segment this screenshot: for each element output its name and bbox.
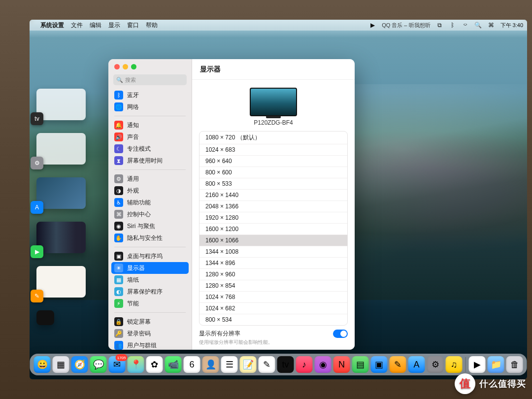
resolution-option[interactable]: 1344 × 1008 — [200, 246, 347, 258]
thumb-2[interactable]: ⚙︎ — [36, 133, 86, 165]
dock-app-facetime[interactable]: 📹 — [165, 356, 182, 373]
loginpw-icon: 🔑 — [114, 329, 123, 338]
sidebar-item-bluetooth[interactable]: ᛒ蓝牙 — [108, 89, 192, 101]
sidebar-item-sound[interactable]: 🔊声音 — [108, 131, 192, 143]
dock-app-keynote[interactable]: ▣ — [371, 356, 388, 373]
maximize-button[interactable] — [131, 64, 136, 69]
resolution-option[interactable]: 800 × 534 — [200, 314, 347, 325]
dock-app-appstore[interactable]: A — [408, 356, 425, 373]
sidebar-item-label: 通知 — [127, 121, 139, 130]
dock-app-maps[interactable]: 📍 — [128, 356, 144, 373]
sidebar-item-focus[interactable]: ☾专注模式 — [108, 143, 192, 155]
dock-app-numbers[interactable]: ▤ — [352, 356, 369, 373]
resolution-option[interactable]: 1024 × 682 — [200, 303, 347, 314]
sidebar-item-users[interactable]: 👥用户与群组 — [108, 339, 192, 350]
dock-app-qqmusic[interactable]: ♫ — [446, 356, 463, 373]
dock-tray-folder[interactable]: 📁 — [488, 356, 504, 373]
dock-app-calendar[interactable]: 6 — [184, 356, 200, 373]
dock-app-reminders[interactable]: ☰ — [221, 356, 238, 373]
dock-app-podcasts[interactable]: ◉ — [315, 356, 332, 373]
resolution-option[interactable]: 1080 × 720 （默认） — [200, 132, 347, 144]
resolution-option[interactable]: 1344 × 896 — [200, 258, 347, 269]
resolution-option[interactable]: 800 × 533 — [200, 178, 347, 190]
resolution-option[interactable]: 2160 × 1440 — [200, 190, 347, 201]
minimize-button[interactable] — [123, 64, 128, 69]
dock-app-freeform[interactable]: ✎ — [259, 356, 275, 373]
dock-tray-trash[interactable]: 🗑 — [506, 356, 523, 373]
dock-app-appletv[interactable]: tv — [277, 356, 294, 373]
resolution-option[interactable]: 960 × 640 — [200, 156, 347, 167]
menu-edit[interactable]: 编辑 — [90, 21, 101, 30]
menubar-clock[interactable]: 下午 3:40 — [500, 22, 523, 29]
thumb-5[interactable]: ✎ — [36, 266, 86, 298]
sidebar-item-loginpw[interactable]: 🔑登录密码 — [108, 328, 192, 339]
sidebar-item-display[interactable]: ☀︎显示器 — [111, 262, 189, 274]
sidebar-item-screensaver[interactable]: ◐屏幕保护程序 — [108, 286, 192, 298]
resolution-option[interactable]: 1024 × 768 — [200, 292, 347, 303]
dock-app-safari[interactable]: 🧭 — [71, 356, 88, 373]
resolution-option[interactable]: 1280 × 854 — [200, 280, 347, 292]
lock-icon: 🔒 — [114, 317, 123, 326]
now-playing-icon[interactable]: ▶ — [369, 22, 376, 29]
sidebar-item-bell[interactable]: 🔔通知 — [108, 119, 192, 131]
menu-file[interactable]: 文件 — [71, 21, 83, 30]
menubar-app[interactable]: 系统设置 — [40, 21, 64, 30]
sidebar-item-gear[interactable]: ⚙︎通用 — [108, 173, 192, 185]
close-button[interactable] — [114, 64, 120, 69]
spotlight-icon[interactable]: 🔍 — [475, 22, 482, 29]
resolution-option[interactable]: 1280 × 960 — [200, 269, 347, 280]
bluetooth-icon[interactable]: ᛒ — [449, 22, 456, 29]
dock-app-messages[interactable]: 💬 — [90, 356, 107, 373]
dock-app-launchpad[interactable]: ▦ — [53, 356, 69, 373]
sidebar-item-accessibility[interactable]: ♿︎辅助功能 — [108, 197, 192, 208]
thumb-1[interactable]: tv — [36, 89, 86, 120]
menu-help[interactable]: 帮助 — [146, 21, 158, 30]
thumb-4-app-icon: ▶ — [31, 245, 43, 258]
dock-app-finder[interactable]: 😀 — [34, 356, 51, 373]
display-preview[interactable]: P120ZDG-BF4 — [192, 85, 355, 131]
sidebar-item-lock[interactable]: 🔒锁定屏幕 — [108, 316, 192, 328]
dock-app-settings[interactable]: ⚙︎ — [427, 356, 444, 373]
sidebar-item-network[interactable]: 🌐网络 — [108, 101, 192, 113]
control-icon: ⌘ — [114, 210, 123, 219]
wifi-icon[interactable]: ⌔ — [462, 22, 469, 29]
dock-tray-tencent[interactable]: ▶ — [469, 356, 486, 373]
show-all-resolutions-toggle[interactable] — [333, 330, 348, 338]
dock-app-contacts[interactable]: 👤 — [202, 356, 219, 373]
gear-icon: ⚙︎ — [114, 174, 123, 183]
sidebar-item-desktop[interactable]: ▣桌面与程序坞 — [108, 250, 192, 262]
dock-app-mail[interactable]: ✉︎ — [109, 356, 126, 373]
sidebar-item-siri[interactable]: ◉Siri 与聚焦 — [108, 220, 192, 232]
thumb-4[interactable]: ▶ — [36, 222, 86, 253]
resolution-option[interactable]: 2048 × 1366 — [200, 201, 347, 212]
airplay-icon[interactable]: ⧉ — [436, 22, 443, 29]
control-center-icon[interactable]: ⌘ — [488, 22, 495, 29]
thumb-5-app-icon: ✎ — [31, 290, 43, 302]
sidebar-item-privacy[interactable]: ✋隐私与安全性 — [108, 232, 192, 244]
scaling-hint: 使用缩放分辨率可能会影响性能。 — [192, 339, 355, 350]
menu-view[interactable]: 显示 — [108, 21, 120, 30]
now-playing-text[interactable]: QQ 音乐 – 听我想听 — [382, 22, 430, 29]
sidebar-item-appearance[interactable]: ◑外观 — [108, 185, 192, 197]
settings-search[interactable]: 🔍 搜索 — [113, 74, 187, 85]
battery-icon: ⚡︎ — [114, 299, 123, 308]
resolution-option[interactable]: 1024 × 683 — [200, 144, 347, 156]
sidebar-item-battery[interactable]: ⚡︎节能 — [108, 298, 192, 309]
resolution-option[interactable]: 1920 × 1280 — [200, 212, 347, 224]
sidebar-item-control[interactable]: ⌘控制中心 — [108, 208, 192, 220]
dock-app-photos[interactable]: ✿ — [146, 356, 163, 373]
dock-app-notes[interactable]: 📝 — [240, 356, 257, 373]
sidebar-item-wallpaper[interactable]: ▦墙纸 — [108, 274, 192, 286]
resolution-option[interactable]: 1600 × 1200 — [200, 224, 347, 235]
siri-icon: ◉ — [114, 222, 123, 231]
dock-app-news[interactable]: N — [333, 356, 350, 373]
dock-app-music[interactable]: ♪ — [296, 356, 313, 373]
sidebar-item-screentime[interactable]: ⧗屏幕使用时间 — [108, 155, 192, 166]
dock-app-pages[interactable]: ✎ — [390, 356, 406, 373]
menu-window[interactable]: 窗口 — [127, 21, 139, 30]
resolution-option[interactable]: 1600 × 1066 — [200, 235, 347, 246]
thumb-3[interactable]: A — [36, 177, 86, 209]
sidebar-item-label: 专注模式 — [127, 145, 151, 153]
resolution-option[interactable]: 800 × 600 — [200, 167, 347, 178]
thumb-6[interactable] — [36, 310, 54, 325]
